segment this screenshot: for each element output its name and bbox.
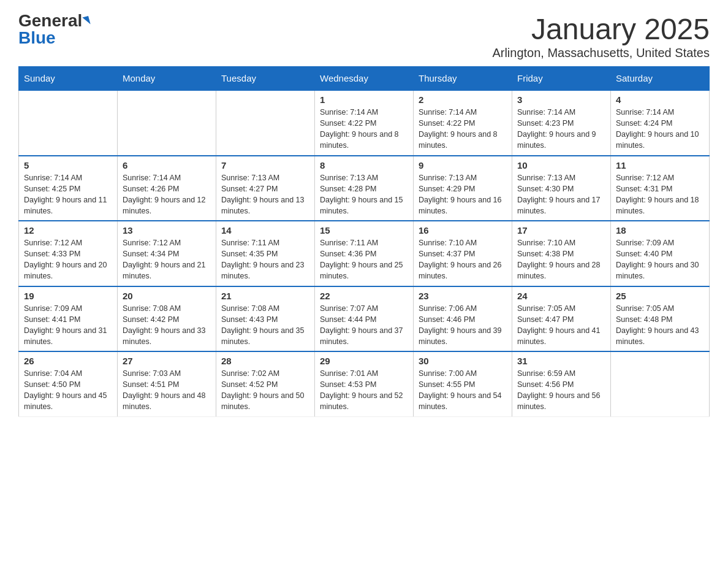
day-number: 21 xyxy=(221,291,309,301)
calendar-cell: 21Sunrise: 7:08 AM Sunset: 4:43 PM Dayli… xyxy=(216,286,315,352)
calendar-cell: 27Sunrise: 7:03 AM Sunset: 4:51 PM Dayli… xyxy=(118,351,216,416)
column-header-tuesday: Tuesday xyxy=(216,67,315,91)
day-number: 12 xyxy=(24,225,112,236)
day-info: Sunrise: 7:03 AM Sunset: 4:51 PM Dayligh… xyxy=(123,368,211,413)
calendar-cell: 28Sunrise: 7:02 AM Sunset: 4:52 PM Dayli… xyxy=(216,351,315,416)
calendar-cell: 15Sunrise: 7:11 AM Sunset: 4:36 PM Dayli… xyxy=(315,221,414,286)
calendar-cell: 14Sunrise: 7:11 AM Sunset: 4:35 PM Dayli… xyxy=(216,221,315,286)
day-info: Sunrise: 7:12 AM Sunset: 4:34 PM Dayligh… xyxy=(123,237,211,282)
day-info: Sunrise: 7:11 AM Sunset: 4:35 PM Dayligh… xyxy=(221,237,309,282)
column-header-thursday: Thursday xyxy=(414,67,512,91)
day-info: Sunrise: 7:13 AM Sunset: 4:29 PM Dayligh… xyxy=(419,172,507,217)
logo: General Blue xyxy=(18,12,89,47)
day-number: 20 xyxy=(123,291,211,301)
day-number: 22 xyxy=(320,291,408,301)
calendar-cell: 23Sunrise: 7:06 AM Sunset: 4:46 PM Dayli… xyxy=(414,286,512,352)
day-number: 24 xyxy=(517,291,605,301)
calendar-cell xyxy=(216,90,315,156)
day-info: Sunrise: 7:02 AM Sunset: 4:52 PM Dayligh… xyxy=(221,368,309,413)
day-number: 11 xyxy=(616,160,704,170)
calendar-cell: 17Sunrise: 7:10 AM Sunset: 4:38 PM Dayli… xyxy=(512,221,611,286)
day-info: Sunrise: 7:14 AM Sunset: 4:26 PM Dayligh… xyxy=(123,172,211,217)
calendar-cell: 12Sunrise: 7:12 AM Sunset: 4:33 PM Dayli… xyxy=(19,221,118,286)
calendar-cell xyxy=(611,351,710,416)
day-info: Sunrise: 7:14 AM Sunset: 4:22 PM Dayligh… xyxy=(419,107,507,151)
calendar-cell: 16Sunrise: 7:10 AM Sunset: 4:37 PM Dayli… xyxy=(414,221,512,286)
calendar-cell: 9Sunrise: 7:13 AM Sunset: 4:29 PM Daylig… xyxy=(414,156,512,221)
day-number: 26 xyxy=(24,356,112,366)
calendar-cell: 18Sunrise: 7:09 AM Sunset: 4:40 PM Dayli… xyxy=(611,221,710,286)
calendar-cell: 11Sunrise: 7:12 AM Sunset: 4:31 PM Dayli… xyxy=(611,156,710,221)
calendar-header-row: SundayMondayTuesdayWednesdayThursdayFrid… xyxy=(19,67,710,91)
title-area: January 2025 Arlington, Massachusetts, U… xyxy=(492,12,710,60)
day-number: 31 xyxy=(517,356,605,366)
day-number: 4 xyxy=(616,94,704,105)
day-number: 7 xyxy=(221,160,309,170)
day-number: 6 xyxy=(123,160,211,170)
calendar-cell: 29Sunrise: 7:01 AM Sunset: 4:53 PM Dayli… xyxy=(315,351,414,416)
day-info: Sunrise: 7:14 AM Sunset: 4:23 PM Dayligh… xyxy=(517,107,605,151)
calendar-cell xyxy=(19,90,118,156)
day-info: Sunrise: 7:14 AM Sunset: 4:24 PM Dayligh… xyxy=(616,107,704,151)
day-number: 23 xyxy=(419,291,507,301)
day-info: Sunrise: 7:00 AM Sunset: 4:55 PM Dayligh… xyxy=(419,368,507,413)
day-number: 1 xyxy=(320,94,408,105)
calendar-cell: 19Sunrise: 7:09 AM Sunset: 4:41 PM Dayli… xyxy=(19,286,118,352)
day-number: 8 xyxy=(320,160,408,170)
calendar-cell: 2Sunrise: 7:14 AM Sunset: 4:22 PM Daylig… xyxy=(414,90,512,156)
day-number: 19 xyxy=(24,291,112,301)
day-info: Sunrise: 7:08 AM Sunset: 4:43 PM Dayligh… xyxy=(221,303,309,348)
week-row-2: 5Sunrise: 7:14 AM Sunset: 4:25 PM Daylig… xyxy=(19,156,710,221)
day-info: Sunrise: 7:05 AM Sunset: 4:48 PM Dayligh… xyxy=(616,303,704,348)
day-info: Sunrise: 7:06 AM Sunset: 4:46 PM Dayligh… xyxy=(419,303,507,348)
column-header-saturday: Saturday xyxy=(611,67,710,91)
week-row-3: 12Sunrise: 7:12 AM Sunset: 4:33 PM Dayli… xyxy=(19,221,710,286)
logo-blue-text: Blue xyxy=(18,29,56,47)
day-number: 30 xyxy=(419,356,507,366)
calendar-cell: 30Sunrise: 7:00 AM Sunset: 4:55 PM Dayli… xyxy=(414,351,512,416)
column-header-wednesday: Wednesday xyxy=(315,67,414,91)
day-info: Sunrise: 7:13 AM Sunset: 4:28 PM Dayligh… xyxy=(320,172,408,217)
day-info: Sunrise: 7:14 AM Sunset: 4:22 PM Dayligh… xyxy=(320,107,408,151)
day-info: Sunrise: 7:01 AM Sunset: 4:53 PM Dayligh… xyxy=(320,368,408,413)
day-number: 13 xyxy=(123,225,211,236)
logo-general-text: General xyxy=(18,12,82,29)
day-number: 16 xyxy=(419,225,507,236)
column-header-friday: Friday xyxy=(512,67,611,91)
week-row-5: 26Sunrise: 7:04 AM Sunset: 4:50 PM Dayli… xyxy=(19,351,710,416)
day-number: 15 xyxy=(320,225,408,236)
day-number: 27 xyxy=(123,356,211,366)
day-number: 25 xyxy=(616,291,704,301)
day-info: Sunrise: 7:13 AM Sunset: 4:27 PM Dayligh… xyxy=(221,172,309,217)
day-number: 17 xyxy=(517,225,605,236)
calendar-cell: 31Sunrise: 6:59 AM Sunset: 4:56 PM Dayli… xyxy=(512,351,611,416)
calendar-cell: 25Sunrise: 7:05 AM Sunset: 4:48 PM Dayli… xyxy=(611,286,710,352)
calendar-cell: 13Sunrise: 7:12 AM Sunset: 4:34 PM Dayli… xyxy=(118,221,216,286)
day-number: 2 xyxy=(419,94,507,105)
day-number: 3 xyxy=(517,94,605,105)
day-number: 5 xyxy=(24,160,112,170)
day-number: 28 xyxy=(221,356,309,366)
week-row-1: 1Sunrise: 7:14 AM Sunset: 4:22 PM Daylig… xyxy=(19,90,710,156)
day-info: Sunrise: 7:11 AM Sunset: 4:36 PM Dayligh… xyxy=(320,237,408,282)
calendar-cell: 10Sunrise: 7:13 AM Sunset: 4:30 PM Dayli… xyxy=(512,156,611,221)
calendar-cell xyxy=(118,90,216,156)
calendar-cell: 8Sunrise: 7:13 AM Sunset: 4:28 PM Daylig… xyxy=(315,156,414,221)
day-info: Sunrise: 7:14 AM Sunset: 4:25 PM Dayligh… xyxy=(24,172,112,217)
calendar-cell: 3Sunrise: 7:14 AM Sunset: 4:23 PM Daylig… xyxy=(512,90,611,156)
calendar-cell: 4Sunrise: 7:14 AM Sunset: 4:24 PM Daylig… xyxy=(611,90,710,156)
day-info: Sunrise: 7:10 AM Sunset: 4:37 PM Dayligh… xyxy=(419,237,507,282)
day-info: Sunrise: 7:10 AM Sunset: 4:38 PM Dayligh… xyxy=(517,237,605,282)
day-number: 18 xyxy=(616,225,704,236)
day-number: 10 xyxy=(517,160,605,170)
day-info: Sunrise: 7:09 AM Sunset: 4:40 PM Dayligh… xyxy=(616,237,704,282)
day-info: Sunrise: 7:08 AM Sunset: 4:42 PM Dayligh… xyxy=(123,303,211,348)
day-number: 9 xyxy=(419,160,507,170)
day-info: Sunrise: 7:13 AM Sunset: 4:30 PM Dayligh… xyxy=(517,172,605,217)
location-title: Arlington, Massachusetts, United States xyxy=(492,46,710,60)
column-header-sunday: Sunday xyxy=(19,67,118,91)
logo-arrow-icon xyxy=(83,16,91,26)
calendar-cell: 22Sunrise: 7:07 AM Sunset: 4:44 PM Dayli… xyxy=(315,286,414,352)
week-row-4: 19Sunrise: 7:09 AM Sunset: 4:41 PM Dayli… xyxy=(19,286,710,352)
column-header-monday: Monday xyxy=(118,67,216,91)
